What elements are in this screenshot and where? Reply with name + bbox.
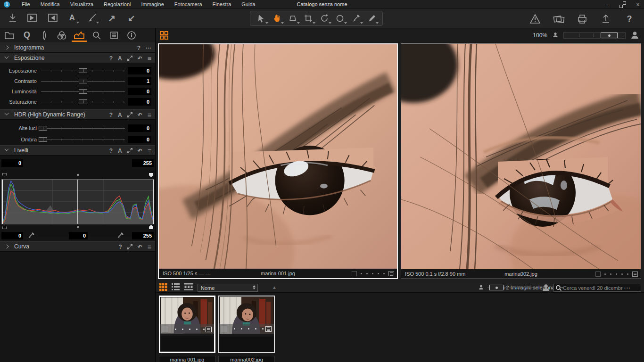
luminosita-value[interactable]: 0 (128, 88, 151, 95)
tab-details-icon[interactable] (90, 29, 103, 42)
picker-tool-icon[interactable] (350, 12, 362, 25)
thumbnail-1-filename[interactable]: marina 001.jpg (159, 356, 215, 362)
slideshow-icon[interactable] (553, 13, 565, 25)
rating-dots[interactable] (175, 329, 205, 330)
text-tool-icon[interactable]: A (66, 12, 78, 24)
tab-exposure-icon[interactable] (73, 29, 86, 42)
rating-dots[interactable] (361, 273, 385, 274)
panel-more-icon[interactable]: ··· (146, 45, 151, 51)
close-button[interactable]: × (635, 2, 641, 8)
panel-menu-icon[interactable]: ≡ (148, 148, 151, 154)
luminosita-slider[interactable] (41, 91, 125, 92)
panel-istogramma-header[interactable]: Istogramma ? ··· (0, 42, 155, 53)
menu-file[interactable]: File (17, 0, 35, 8)
color-tag[interactable] (162, 326, 168, 333)
levels-mid-bottom-handle[interactable] (77, 226, 80, 229)
menu-visualizza[interactable]: Visualizza (65, 0, 99, 8)
levels-highlight-bottom-handle[interactable] (149, 225, 153, 229)
contrasto-slider[interactable] (41, 81, 125, 82)
panel-curva-header[interactable]: Curva ? ↶ ≡ (0, 241, 155, 252)
grid-view-icon[interactable] (159, 283, 167, 292)
shadow-picker-icon[interactable] (27, 232, 35, 239)
thumbnail-2[interactable] (218, 296, 275, 353)
thumb-size-handle[interactable] (489, 285, 504, 290)
panel-help-icon[interactable]: ? (109, 148, 113, 154)
viewer-image-2-canvas[interactable] (401, 44, 641, 269)
esposizione-slider[interactable] (41, 71, 125, 71)
panel-reset-icon[interactable]: ↶ (138, 244, 142, 250)
panel-help-icon[interactable]: ? (137, 45, 140, 51)
menu-modifica[interactable]: Modifica (35, 0, 65, 8)
zoom-slider[interactable] (563, 32, 626, 39)
panel-auto-icon[interactable]: A (118, 56, 122, 61)
spot-tool-icon[interactable] (334, 12, 346, 25)
search-input[interactable] (563, 285, 623, 291)
panel-auto-icon[interactable]: A (118, 112, 122, 118)
zoom-out-user-icon[interactable] (552, 32, 559, 39)
search-box[interactable]: ··· (553, 284, 641, 292)
rotate-tool-icon[interactable] (318, 12, 330, 25)
viewer-image-1-canvas[interactable] (159, 44, 397, 269)
panel-esposizione-header[interactable]: Esposizione ? A ↶ ≡ (0, 53, 155, 63)
brush-icon[interactable] (86, 12, 98, 24)
panel-help-icon[interactable]: ? (109, 56, 113, 61)
panel-reset-icon[interactable]: ↶ (138, 148, 142, 154)
levels-shadow-top-handle[interactable] (2, 173, 7, 177)
zoom-slider-handle[interactable] (601, 33, 618, 38)
levels-highlight-input[interactable]: 255 (132, 159, 154, 167)
saturazione-value[interactable]: 0 (128, 98, 151, 106)
loupe-tool-icon[interactable] (287, 12, 299, 25)
ombra-slider[interactable] (41, 140, 125, 140)
adjustments-tool-icon[interactable] (365, 12, 378, 25)
levels-highlight-top-handle[interactable] (149, 173, 153, 177)
import-icon[interactable] (7, 12, 19, 24)
panel-expand-icon[interactable] (127, 148, 132, 154)
color-tag[interactable] (221, 325, 227, 332)
menu-immagine[interactable]: Immagine (136, 0, 169, 8)
crop-tool-icon[interactable] (302, 12, 314, 25)
tab-capture-icon[interactable]: Q (20, 29, 33, 42)
adjustments-list-icon[interactable] (388, 271, 394, 276)
levels-midtone-input[interactable]: 0 (69, 232, 88, 239)
levels-shadow-input[interactable]: 0 (1, 159, 23, 167)
adjustments-list-icon[interactable] (632, 272, 638, 277)
panel-help-icon[interactable]: ? (109, 112, 113, 118)
contrasto-value[interactable]: 1 (128, 77, 151, 85)
sort-select[interactable]: Nome (198, 284, 258, 292)
levels-shadow-bottom-handle[interactable] (2, 225, 7, 229)
thumb-size-slider[interactable] (487, 285, 538, 291)
menu-fotocamera[interactable]: Fotocamera (169, 0, 207, 8)
help-icon[interactable]: ? (623, 13, 636, 25)
multiview-icon[interactable] (159, 31, 169, 41)
tab-color-icon[interactable] (55, 29, 68, 42)
tab-metadata-icon[interactable] (107, 29, 121, 42)
tab-library-icon[interactable] (3, 29, 16, 42)
select-tool-icon[interactable] (255, 12, 267, 25)
pan-next-icon[interactable]: ↗ (106, 12, 118, 24)
panel-menu-icon[interactable]: ≡ (148, 55, 151, 62)
ombra-value[interactable]: 0 (128, 136, 151, 143)
panel-menu-icon[interactable]: ≡ (148, 244, 151, 250)
rotate-right-icon[interactable] (46, 12, 58, 24)
panel-hdr-header[interactable]: HDR (High Dynamic Range) ? A ↶ ≡ (0, 109, 155, 120)
sort-direction-icon[interactable]: ▲ (272, 285, 277, 290)
adjustments-list-icon[interactable] (265, 326, 272, 332)
viewer-image-2[interactable]: ISO 500 0.1 s f/2.8 90 mm marina002.jpg (401, 43, 641, 279)
rating-dots[interactable] (234, 328, 264, 329)
panel-help-icon[interactable]: ? (118, 244, 122, 250)
panel-auto-icon[interactable]: A (118, 148, 122, 154)
list-view-icon[interactable] (172, 283, 180, 292)
zoom-in-user-icon[interactable] (630, 31, 639, 41)
levels-output-shadow-input[interactable]: 0 (1, 232, 23, 239)
minimize-button[interactable]: – (604, 2, 611, 8)
thumbnail-1[interactable] (159, 296, 215, 353)
panel-reset-icon[interactable]: ↶ (138, 112, 142, 118)
menu-guida[interactable]: Guida (236, 0, 260, 8)
pan-prev-icon[interactable]: ↙ (125, 12, 138, 24)
thumb-size-small-icon[interactable] (478, 284, 484, 291)
tab-lens-icon[interactable] (38, 29, 51, 42)
rotate-left-icon[interactable] (26, 12, 39, 24)
panel-expand-icon[interactable] (127, 112, 132, 118)
esposizione-value[interactable]: 0 (128, 67, 151, 74)
pan-tool-icon[interactable] (271, 12, 283, 25)
